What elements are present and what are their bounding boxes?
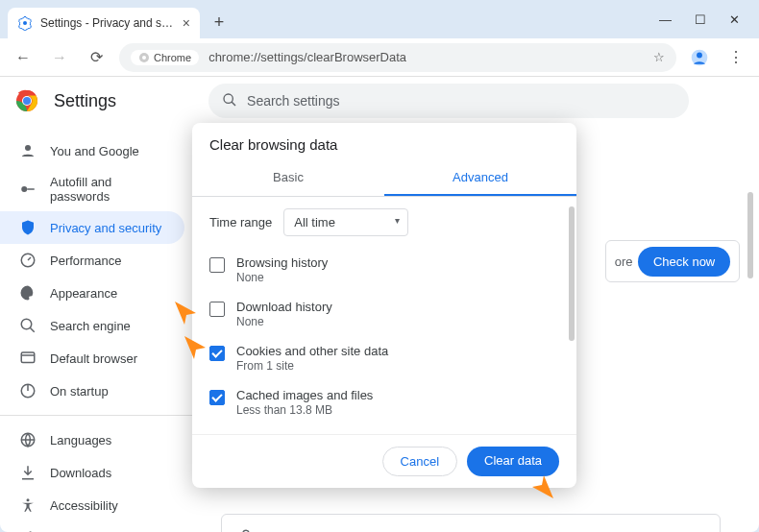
download-icon <box>19 464 37 481</box>
sidebar-item-accessibility[interactable]: Accessibility <box>0 489 184 521</box>
annotation-arrow-icon <box>183 334 211 363</box>
sidebar-item-default-browser[interactable]: Default browser <box>0 342 184 375</box>
svg-point-15 <box>21 319 32 329</box>
key-icon <box>19 181 37 198</box>
lock-icon <box>237 528 255 532</box>
back-button[interactable]: ← <box>10 44 37 71</box>
checkbox[interactable] <box>209 346 225 361</box>
search-icon <box>19 317 37 334</box>
svg-point-7 <box>23 97 31 105</box>
sidebar-item-privacy[interactable]: Privacy and security <box>0 211 184 244</box>
chrome-logo-icon <box>15 89 38 112</box>
forward-button[interactable]: → <box>46 44 73 71</box>
sidebar-item-you-google[interactable]: You and Google <box>0 134 184 167</box>
clear-browsing-data-dialog: Clear browsing data Basic Advanced Time … <box>192 123 576 488</box>
reload-button[interactable]: ⟳ <box>83 44 110 71</box>
profile-button[interactable] <box>686 44 713 71</box>
dialog-body: Time range All time Browsing historyNone… <box>192 197 576 434</box>
sidebar-item-languages[interactable]: Languages <box>0 423 184 456</box>
sidebar-item-search-engine[interactable]: Search engine <box>0 309 184 342</box>
search-settings-input[interactable]: Search settings <box>208 84 689 118</box>
svg-line-14 <box>28 257 31 260</box>
annotation-arrow-icon <box>526 472 555 500</box>
sidebar-item-downloads[interactable]: Downloads <box>0 456 184 489</box>
option-passwords[interactable]: Passwords and other sign-in dataNone <box>209 424 559 434</box>
checkbox[interactable] <box>209 302 225 317</box>
star-icon[interactable]: ☆ <box>653 50 665 64</box>
sidebar-item-performance[interactable]: Performance <box>0 244 184 277</box>
sidebar-item-system[interactable]: System <box>0 521 184 532</box>
annotation-arrow-icon <box>173 300 202 328</box>
svg-point-4 <box>697 52 702 58</box>
page-scrollbar[interactable] <box>747 192 753 278</box>
safety-check-card: ore Check now <box>605 240 740 282</box>
option-cookies[interactable]: Cookies and other site dataFrom 1 site <box>209 336 559 380</box>
tab-basic[interactable]: Basic <box>192 160 384 196</box>
menu-button[interactable]: ⋮ <box>722 44 749 71</box>
close-tab-icon[interactable]: × <box>183 15 190 31</box>
browser-toolbar: ← → ⟳ Chrome chrome://settings/clearBrow… <box>0 38 759 77</box>
address-bar[interactable]: Chrome chrome://settings/clearBrowserDat… <box>119 43 676 72</box>
ore-fragment: ore <box>615 254 633 269</box>
check-now-button[interactable]: Check now <box>638 247 730 277</box>
dialog-title: Clear browsing data <box>192 123 576 160</box>
checkbox[interactable] <box>209 257 225 273</box>
sidebar-item-appearance[interactable]: Appearance <box>0 277 184 309</box>
chrome-chip: Chrome <box>131 50 199 65</box>
close-window-button[interactable]: ✕ <box>729 12 740 27</box>
person-icon <box>19 142 37 159</box>
time-range-label: Time range <box>209 215 272 230</box>
accessibility-icon <box>19 496 37 514</box>
maximize-button[interactable]: ☐ <box>695 12 706 27</box>
svg-line-16 <box>30 327 35 332</box>
svg-point-8 <box>224 94 233 103</box>
settings-sidebar: You and Google Autofill and passwords Pr… <box>0 131 192 532</box>
safe-browsing-row[interactable]: Safe Browsing (protection from dangerous… <box>221 514 721 532</box>
svg-point-0 <box>23 21 27 25</box>
svg-point-11 <box>21 186 27 192</box>
time-range-select[interactable]: All time <box>283 208 408 236</box>
search-icon <box>222 92 237 110</box>
power-icon <box>19 382 37 399</box>
palette-icon <box>19 284 37 302</box>
svg-point-22 <box>27 498 30 501</box>
dialog-scrollbar[interactable] <box>569 206 575 341</box>
option-cached[interactable]: Cached images and filesLess than 13.8 MB <box>209 380 559 424</box>
settings-header: Settings Search settings <box>0 77 759 125</box>
svg-point-10 <box>25 145 31 151</box>
dialog-footer: Cancel Clear data <box>192 434 576 488</box>
gauge-icon <box>19 252 37 269</box>
globe-icon <box>19 431 37 448</box>
option-download-history[interactable]: Download historyNone <box>209 292 559 336</box>
tab-title: Settings - Privacy and security <box>40 16 175 30</box>
svg-rect-12 <box>27 188 35 190</box>
svg-point-2 <box>142 56 146 60</box>
svg-rect-17 <box>21 352 35 363</box>
url-text: chrome://settings/clearBrowserData <box>208 50 406 64</box>
new-tab-button[interactable]: + <box>206 9 233 36</box>
svg-line-9 <box>232 102 235 106</box>
checkbox[interactable] <box>209 390 225 405</box>
dialog-tabs: Basic Advanced <box>192 160 576 197</box>
browser-icon <box>19 350 37 367</box>
window-titlebar: Settings - Privacy and security × + — ☐ … <box>0 0 759 38</box>
cancel-button[interactable]: Cancel <box>382 447 457 476</box>
page-title: Settings <box>54 91 116 111</box>
minimize-button[interactable]: — <box>659 12 672 27</box>
sidebar-item-autofill[interactable]: Autofill and passwords <box>0 167 184 211</box>
sidebar-item-startup[interactable]: On startup <box>0 375 184 407</box>
tab-advanced[interactable]: Advanced <box>384 160 576 196</box>
option-browsing-history[interactable]: Browsing historyNone <box>209 248 559 292</box>
browser-tab[interactable]: Settings - Privacy and security × <box>8 8 200 38</box>
settings-icon <box>17 15 33 31</box>
shield-icon <box>19 219 37 236</box>
